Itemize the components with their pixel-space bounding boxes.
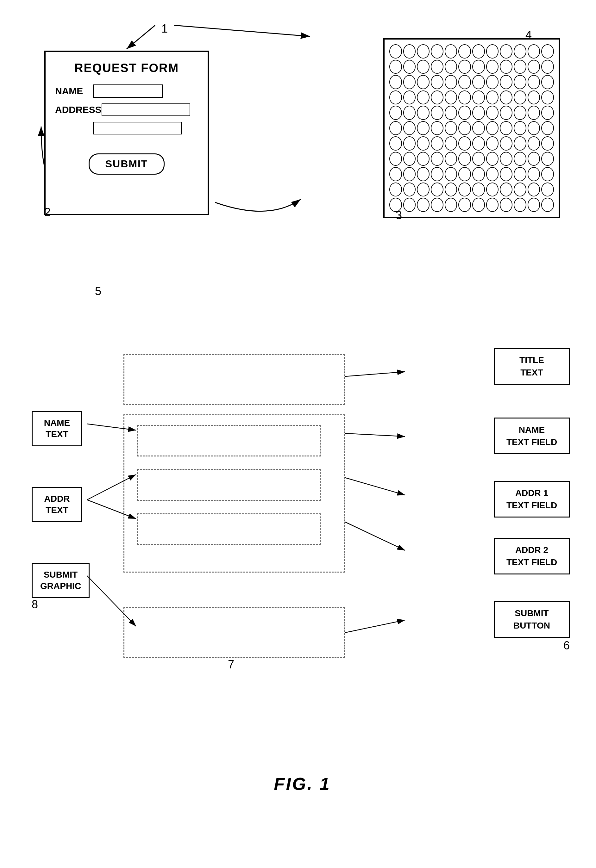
dot-cell xyxy=(486,106,499,120)
dot-cell xyxy=(389,121,402,135)
dot-cell xyxy=(541,167,554,181)
dot-cell xyxy=(514,44,526,59)
title-text-label: TITLETEXT xyxy=(494,348,570,385)
dot-cell xyxy=(431,60,444,74)
dot-cell xyxy=(389,183,402,197)
dot-cell xyxy=(417,152,429,166)
address-input-box-1[interactable] xyxy=(102,103,190,116)
name-row: NAME xyxy=(55,84,198,98)
svg-line-8 xyxy=(345,372,405,376)
dot-cell xyxy=(431,198,444,212)
dot-cell xyxy=(431,90,444,105)
name-text-label-box: NAMETEXT xyxy=(32,411,82,446)
dot-cell xyxy=(417,60,429,74)
dot-cell xyxy=(431,75,444,89)
dot-cell xyxy=(431,106,444,120)
dot-cell xyxy=(445,60,457,74)
dot-cell xyxy=(445,44,457,59)
dot-cell xyxy=(458,75,471,89)
submit-graphic-label-box: SUBMITGRAPHIC xyxy=(32,563,90,598)
dot-cell xyxy=(445,136,457,151)
dot-cell xyxy=(417,121,429,135)
dot-cell xyxy=(514,90,526,105)
svg-line-12 xyxy=(345,620,405,633)
address-row-2 xyxy=(55,122,198,134)
dot-cell xyxy=(389,136,402,151)
dot-cell xyxy=(445,167,457,181)
dot-cell xyxy=(486,152,499,166)
dot-cell xyxy=(403,60,416,74)
name-label: NAME xyxy=(55,86,93,96)
dot-cell xyxy=(541,44,554,59)
dot-cell xyxy=(458,90,471,105)
dot-cell xyxy=(389,90,402,105)
ref-number-3: 3 xyxy=(396,209,402,222)
dot-cell xyxy=(514,60,526,74)
dot-matrix-box xyxy=(383,38,560,218)
submit-graphic-label: SUBMITGRAPHIC xyxy=(32,563,90,598)
dot-cell xyxy=(417,183,429,197)
dot-cell xyxy=(417,44,429,59)
dot-cell xyxy=(472,183,485,197)
dot-cell xyxy=(528,167,540,181)
dashed-box-name-inner xyxy=(137,425,321,456)
page: 1 4 REQUEST FORM NAME ADDRESS SU xyxy=(0,0,596,868)
dot-cell xyxy=(514,152,526,166)
submit-button-form[interactable]: SUBMIT xyxy=(89,154,165,175)
dot-cell xyxy=(528,136,540,151)
dot-cell xyxy=(500,136,512,151)
dot-cell xyxy=(472,75,485,89)
dot-cell xyxy=(472,136,485,151)
name-text-field-label-box: NAMETEXT FIELD xyxy=(494,418,570,454)
name-text-field-label: NAMETEXT FIELD xyxy=(494,418,570,454)
dot-cell xyxy=(486,121,499,135)
dot-grid xyxy=(389,44,554,212)
dot-cell xyxy=(417,198,429,212)
addr2-text-field-label: ADDR 2TEXT FIELD xyxy=(494,538,570,574)
dot-cell xyxy=(403,198,416,212)
ref-number-8: 8 xyxy=(32,598,38,611)
dot-cell xyxy=(514,121,526,135)
title-text-label-box: TITLETEXT xyxy=(494,348,570,385)
dot-cell xyxy=(514,136,526,151)
form-fields: NAME ADDRESS xyxy=(46,84,208,134)
dot-cell xyxy=(528,44,540,59)
top-section: 1 4 REQUEST FORM NAME ADDRESS SU xyxy=(25,19,579,234)
dot-cell xyxy=(458,152,471,166)
dot-cell xyxy=(458,167,471,181)
dot-cell xyxy=(403,106,416,120)
dot-cell xyxy=(389,167,402,181)
dot-cell xyxy=(500,198,512,212)
dot-cell xyxy=(458,44,471,59)
dot-cell xyxy=(541,198,554,212)
dot-cell xyxy=(403,75,416,89)
dot-cell xyxy=(403,183,416,197)
dot-cell xyxy=(403,44,416,59)
dot-cell xyxy=(445,152,457,166)
diagram-container: NAMETEXT ADDRTEXT SUBMITGRAPHIC 8 xyxy=(25,323,579,766)
dot-cell xyxy=(417,90,429,105)
dot-cell xyxy=(431,183,444,197)
dot-cell xyxy=(500,60,512,74)
name-input-box[interactable] xyxy=(93,84,163,98)
dot-cell xyxy=(486,136,499,151)
dashed-box-fields-area xyxy=(123,414,345,573)
ref-number-6: 6 xyxy=(563,639,570,652)
svg-line-10 xyxy=(345,478,405,495)
dot-cell xyxy=(472,90,485,105)
dot-cell xyxy=(472,152,485,166)
dot-cell xyxy=(500,90,512,105)
submit-button-label: SUBMITBUTTON xyxy=(494,601,570,638)
dot-cell xyxy=(472,44,485,59)
dot-cell xyxy=(514,198,526,212)
dot-cell xyxy=(541,75,554,89)
ref-number-5: 5 xyxy=(95,285,101,298)
dot-cell xyxy=(541,60,554,74)
dot-cell xyxy=(431,152,444,166)
addr1-text-field-label: ADDR 1TEXT FIELD xyxy=(494,481,570,518)
dot-cell xyxy=(389,75,402,89)
addr-text-label-box: ADDRTEXT xyxy=(32,487,82,522)
address-input-box-2[interactable] xyxy=(93,122,182,134)
dot-cell xyxy=(514,75,526,89)
dot-cell xyxy=(458,136,471,151)
